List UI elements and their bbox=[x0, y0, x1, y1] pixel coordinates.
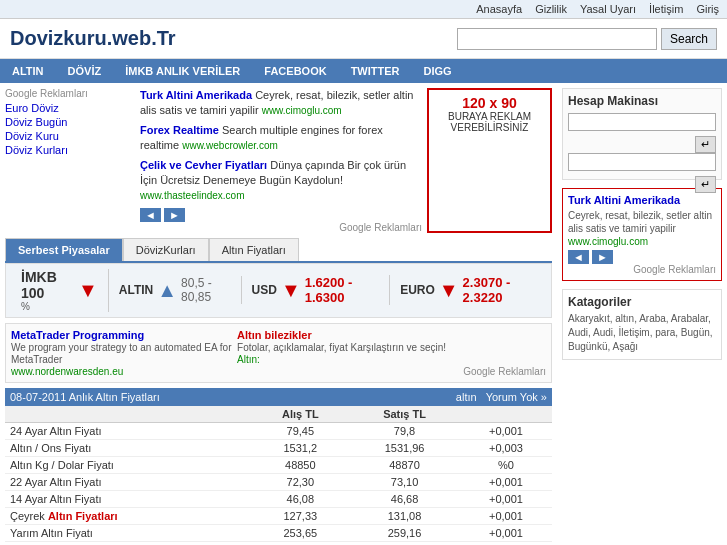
usd-arrow-icon: ▼ bbox=[281, 280, 301, 300]
calc-btn-2[interactable]: ↵ bbox=[695, 176, 716, 193]
meta-desc: We program your strategy to an automated… bbox=[11, 342, 231, 365]
meta-link[interactable]: MetaTrader Programming bbox=[11, 329, 144, 341]
ad-prev-button[interactable]: ◄ bbox=[140, 208, 161, 222]
banner-text1: BURAYA REKLAM bbox=[434, 111, 545, 122]
nav-gizlilik[interactable]: Gizlilik bbox=[535, 3, 567, 15]
usd-value: 1.6200 - 1.6300 bbox=[305, 275, 379, 305]
market-altin: ALTIN ▲ 80,5 - 80,85 bbox=[109, 276, 242, 304]
ads-content: Turk Altini Amerikada Ceyrek, resat, bil… bbox=[140, 88, 422, 233]
sidebar-ad-link[interactable]: Turk Altini Amerikada bbox=[568, 194, 716, 206]
tab-altin[interactable]: Altın Fiyatları bbox=[209, 238, 299, 261]
search-form: Search bbox=[457, 28, 717, 50]
nav-facebook[interactable]: FACEBOOK bbox=[252, 59, 338, 83]
nav-twitter[interactable]: TWITTER bbox=[339, 59, 412, 83]
nav-iletisim[interactable]: İletişim bbox=[649, 3, 683, 15]
search-button[interactable]: Search bbox=[661, 28, 717, 50]
meta-left: MetaTrader Programming We program your s… bbox=[11, 329, 232, 377]
nav-anasayfa[interactable]: Anasayfa bbox=[476, 3, 522, 15]
table-row: Altın / Ons Fiyatı1531,21531,96+0,003 bbox=[5, 439, 552, 456]
banner-box[interactable]: 120 x 90 BURAYA REKLAM VEREBİLİRSİNİZ bbox=[427, 88, 552, 233]
market-row: İMKB 100 % ▼ ALTIN ▲ 80,5 - 80,85 USD ▼ … bbox=[5, 263, 552, 318]
tabs-container: Serbest Piyasalar DövizKurları Altın Fiy… bbox=[5, 238, 552, 263]
table-yorum-link[interactable]: Yorum Yok » bbox=[486, 391, 547, 403]
altin-desc: Fotolar, açıklamalar, fiyat Karşılaştırı… bbox=[237, 342, 446, 353]
usd-label: USD bbox=[252, 283, 277, 297]
page-header: Dovizkuru.web.Tr Search bbox=[0, 19, 727, 59]
table-links: altın Yorum Yok » bbox=[456, 391, 547, 403]
euro-value: 2.3070 - 2.3220 bbox=[463, 275, 536, 305]
ad3-url[interactable]: www.thasteelindex.com bbox=[140, 190, 245, 201]
nav-digg[interactable]: DIGG bbox=[412, 59, 464, 83]
banner-size: 120 x 90 bbox=[434, 95, 545, 111]
sidebar-ad-url[interactable]: www.cimoglu.com bbox=[568, 236, 648, 247]
nav-altin[interactable]: ALTIN bbox=[0, 59, 56, 83]
col-alis: Alış TL bbox=[251, 406, 349, 423]
calc-row2: ↵ bbox=[568, 144, 716, 174]
google-ads-label2: Google Reklamları bbox=[140, 222, 422, 233]
calc-input-1[interactable] bbox=[568, 113, 716, 131]
nav-yasal[interactable]: Yasal Uyarı bbox=[580, 3, 636, 15]
categories-title: Katagoriler bbox=[568, 295, 716, 309]
ad-doviz-bugun[interactable]: Döviz Bugün bbox=[5, 116, 135, 128]
table-row: 14 Ayar Altın Fiyatı46,0846,68+0,001 bbox=[5, 490, 552, 507]
sidebar-ad-next[interactable]: ► bbox=[592, 250, 613, 264]
col-label bbox=[5, 406, 251, 423]
meta-section: MetaTrader Programming We program your s… bbox=[5, 323, 552, 383]
calc-box: Hesap Makinası ↵ ↵ bbox=[562, 88, 722, 180]
ad2-url[interactable]: www.webcrowler.com bbox=[182, 140, 278, 151]
ads-section: Google Reklamları Euro Döviz Döviz Bugün… bbox=[5, 88, 552, 233]
altin-link[interactable]: Altın bilezikler bbox=[237, 329, 312, 341]
table-row: Çeyrek Altın Fiyatları127,33131,08+0,001 bbox=[5, 507, 552, 524]
nav-imkb[interactable]: İMKB ANLIK VERİLER bbox=[113, 59, 252, 83]
market-euro: EURO ▼ 2.3070 - 2.3220 bbox=[390, 275, 546, 305]
market-usd: USD ▼ 1.6200 - 1.6300 bbox=[242, 275, 391, 305]
top-navigation: Anasayfa Gizlilik Yasal Uyarı İletişim G… bbox=[0, 0, 727, 19]
market-imkb: İMKB 100 % ▼ bbox=[11, 269, 109, 312]
ad2-title[interactable]: Forex Realtime bbox=[140, 124, 219, 136]
tab-serbest[interactable]: Serbest Piyasalar bbox=[5, 238, 123, 261]
nav-doviz[interactable]: DÖVİZ bbox=[56, 59, 114, 83]
table-row: 22 Ayar Altın Fiyatı72,3073,10+0,001 bbox=[5, 473, 552, 490]
table-altin-link[interactable]: altın bbox=[456, 391, 477, 403]
col-satis: Satış TL bbox=[349, 406, 460, 423]
imkb-arrow-icon: ▼ bbox=[78, 280, 98, 300]
imkb-label: İMKB 100 % bbox=[21, 269, 74, 312]
ad-next-button[interactable]: ► bbox=[164, 208, 185, 222]
calc-row1: ↵ bbox=[568, 113, 716, 134]
meta-right: Altın bilezikler Fotolar, açıklamalar, f… bbox=[237, 329, 458, 377]
ad-doviz-kurlari[interactable]: Döviz Kurları bbox=[5, 144, 135, 156]
ceyrek-link[interactable]: Altın Fiyatları bbox=[48, 510, 118, 522]
nav-giris[interactable]: Giriş bbox=[696, 3, 719, 15]
table-row: Yarım Altın Fiyatı253,65259,16+0,001 bbox=[5, 524, 552, 541]
sidebar-ad-prev[interactable]: ◄ bbox=[568, 250, 589, 264]
categories-text: Akaryakıt, altın, Araba, Arabalar, Audi,… bbox=[568, 312, 716, 354]
right-sidebar: Hesap Makinası ↵ ↵ Turk Altini Amerikada… bbox=[557, 83, 727, 545]
banner-text2: VEREBİLİRSİNİZ bbox=[434, 122, 545, 133]
ad3-title[interactable]: Çelik ve Cevher Fiyatları bbox=[140, 159, 267, 171]
altin-arrow-icon: ▲ bbox=[157, 280, 177, 300]
euro-arrow-icon: ▼ bbox=[439, 280, 459, 300]
sidebar-ad: Turk Altini Amerikada Ceyrek, resat, bil… bbox=[562, 188, 722, 281]
categories-box: Katagoriler Akaryakıt, altın, Araba, Ara… bbox=[562, 289, 722, 360]
google-ads-box: Google Reklamları Euro Döviz Döviz Bugün… bbox=[5, 88, 135, 233]
main-navigation: ALTIN DÖVİZ İMKB ANLIK VERİLER FACEBOOK … bbox=[0, 59, 727, 83]
site-logo: Dovizkuru.web.Tr bbox=[10, 27, 176, 50]
table-row: Altın Kg / Dolar Fiyatı4885048870%0 bbox=[5, 456, 552, 473]
sidebar-ad-nav: ◄ ► bbox=[568, 250, 716, 264]
tab-doviz[interactable]: DövizKurları bbox=[123, 238, 209, 261]
ad1-url[interactable]: www.cimoglu.com bbox=[262, 105, 342, 116]
altin-value: 80,5 - 80,85 bbox=[181, 276, 231, 304]
table-row: 24 Ayar Altın Fiyatı79,4579,8+0,001 bbox=[5, 422, 552, 439]
col-diff bbox=[460, 406, 552, 423]
altin-url[interactable]: Altın: bbox=[237, 354, 260, 365]
ad-euro-doviz[interactable]: Euro Döviz bbox=[5, 102, 135, 114]
main-wrapper: Google Reklamları Euro Döviz Döviz Bugün… bbox=[0, 83, 727, 545]
calc-input-2[interactable] bbox=[568, 153, 716, 171]
meta-url[interactable]: www.nordenwaresden.eu bbox=[11, 366, 123, 377]
ad1-title[interactable]: Turk Altini Amerikada bbox=[140, 89, 252, 101]
google-ads-title: Google Reklamları bbox=[5, 88, 135, 99]
meta-google-ads: Google Reklamları bbox=[463, 366, 546, 377]
altin-label: ALTIN bbox=[119, 283, 153, 297]
ad-doviz-kuru[interactable]: Döviz Kuru bbox=[5, 130, 135, 142]
search-input[interactable] bbox=[457, 28, 657, 50]
